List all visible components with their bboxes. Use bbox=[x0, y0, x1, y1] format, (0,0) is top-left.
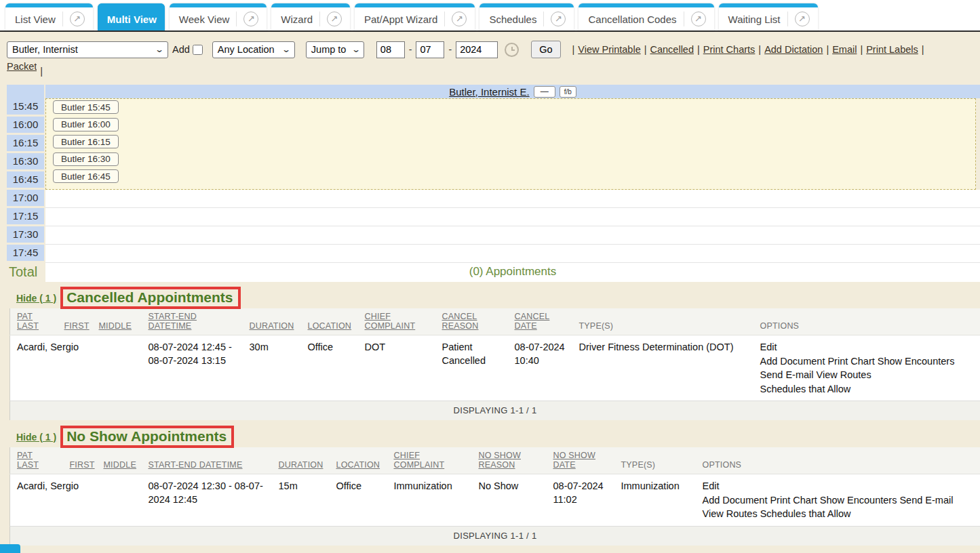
no-show-appointments-table: PAT LAST FIRST MIDDLE START-END DATETIME… bbox=[9, 447, 980, 526]
col-location[interactable]: LOCATION bbox=[330, 447, 387, 474]
middle-cell bbox=[97, 474, 142, 526]
collapse-column-button[interactable]: — bbox=[534, 86, 555, 98]
date-year-input[interactable] bbox=[456, 41, 498, 58]
options-cell: Edit Add Document Print Chart Show Encou… bbox=[696, 474, 980, 526]
col-options: OPTIONS bbox=[696, 447, 980, 474]
date-month-input[interactable] bbox=[376, 41, 405, 58]
add-checkbox[interactable] bbox=[193, 45, 203, 55]
col-middle[interactable]: MIDDLE bbox=[97, 447, 142, 474]
tab-bar: List View ↗ Multi View Week View ↗ Wizar… bbox=[0, 0, 980, 32]
open-new-window-icon[interactable]: ↗ bbox=[795, 12, 810, 26]
col-first[interactable]: FIRST bbox=[58, 308, 92, 335]
tab-label: Waiting List bbox=[728, 14, 781, 25]
chevron-down-icon: ⌄ bbox=[155, 45, 164, 54]
tab-week-view[interactable]: Week View ↗ bbox=[170, 3, 267, 30]
provider-header-link[interactable]: Butler, Internist E. bbox=[449, 86, 529, 98]
duration-cell: 15m bbox=[272, 474, 330, 526]
location-select-value: Any Location bbox=[218, 44, 275, 55]
col-start-end-datetime[interactable]: START-END DATETIME bbox=[142, 308, 243, 335]
option-actions-line[interactable]: Add Document Print Chart Show Encounters bbox=[760, 354, 975, 369]
option-actions-line[interactable]: Send E-mail View Routes bbox=[760, 368, 975, 382]
date-separator bbox=[409, 44, 412, 55]
tab-waiting-list[interactable]: Waiting List ↗ bbox=[719, 3, 818, 30]
col-location[interactable]: LOCATION bbox=[301, 308, 358, 335]
col-cancel-date[interactable]: CANCEL DATE bbox=[508, 308, 572, 335]
jump-to-select[interactable]: Jump to ⌄ bbox=[306, 41, 364, 58]
slot-button-1645[interactable]: Butler 16:45 bbox=[53, 169, 119, 183]
tab-schedules[interactable]: Schedules ↗ bbox=[479, 3, 574, 30]
tab-pat-appt-wizard[interactable]: Pat/Appt Wizard ↗ bbox=[355, 3, 475, 30]
clock-icon[interactable] bbox=[505, 43, 519, 57]
slot-button-1600[interactable]: Butler 16:00 bbox=[53, 118, 119, 131]
middle-cell bbox=[92, 335, 142, 401]
tab-multi-view[interactable]: Multi View bbox=[98, 3, 165, 30]
slot-button-1545[interactable]: Butler 15:45 bbox=[53, 100, 119, 114]
cancelled-table-row: Acardi, Sergio 08-07-2024 12:45 - 08-07-… bbox=[10, 335, 980, 401]
option-edit[interactable]: Edit bbox=[703, 479, 975, 493]
slot-button-1615[interactable]: Butler 16:15 bbox=[53, 135, 119, 148]
location-select[interactable]: Any Location ⌄ bbox=[212, 41, 295, 58]
empty-slot-row[interactable] bbox=[45, 208, 980, 226]
col-duration[interactable]: DURATION bbox=[272, 447, 330, 474]
tab-cancellation-codes[interactable]: Cancellation Codes ↗ bbox=[579, 3, 713, 30]
add-dictation-link[interactable]: Add Dictation bbox=[764, 44, 823, 55]
cancelled-link[interactable]: Cancelled bbox=[650, 44, 694, 55]
cancelled-hide-link[interactable]: Hide ( 1 ) bbox=[16, 293, 56, 304]
datetime-cell: 08-07-2024 12:45 - 08-07-2024 13:15 bbox=[142, 335, 243, 401]
open-new-window-icon[interactable]: ↗ bbox=[70, 12, 85, 26]
col-pat-last[interactable]: PAT LAST bbox=[10, 308, 58, 335]
option-edit[interactable]: Edit bbox=[760, 340, 975, 354]
col-start-end-datetime[interactable]: START-END DATETIME bbox=[142, 447, 272, 474]
col-middle[interactable]: MIDDLE bbox=[92, 308, 142, 335]
tab-list-view[interactable]: List View ↗ bbox=[5, 3, 93, 30]
option-actions-line[interactable]: Add Document Print Chart Show Encounters… bbox=[703, 493, 975, 508]
option-actions-line[interactable]: View Routes Schedules that Allow bbox=[703, 507, 975, 521]
bottom-left-partial-element bbox=[0, 544, 20, 553]
location-cell: Office bbox=[301, 335, 358, 401]
print-labels-link[interactable]: Print Labels bbox=[866, 44, 918, 55]
view-printable-link[interactable]: View Printable bbox=[578, 44, 640, 55]
col-first[interactable]: FIRST bbox=[63, 447, 97, 474]
empty-slot-row[interactable] bbox=[45, 190, 980, 208]
col-chief-complaint[interactable]: CHIEF COMPLAINT bbox=[387, 447, 472, 474]
options-cell: Edit Add Document Print Chart Show Encou… bbox=[753, 335, 980, 401]
noshow-table-row: Acardi, Sergio 08-07-2024 12:30 - 08-07-… bbox=[10, 474, 980, 526]
empty-slot-row[interactable] bbox=[45, 226, 980, 245]
col-duration[interactable]: DURATION bbox=[243, 308, 301, 335]
toolbar-links: View PrintableCancelledPrint ChartsAdd D… bbox=[569, 41, 928, 58]
tab-wizard[interactable]: Wizard ↗ bbox=[271, 3, 350, 30]
open-new-window-icon[interactable]: ↗ bbox=[452, 12, 467, 26]
option-actions-line[interactable]: Schedules that Allow bbox=[760, 382, 975, 396]
patient-name-cell: Acardi, Sergio bbox=[10, 474, 97, 526]
open-new-window-icon[interactable]: ↗ bbox=[327, 12, 342, 26]
cancelled-appointments-section: Hide ( 1 ) Cancelled Appointments PAT LA… bbox=[0, 287, 980, 420]
schedule-corner-cell bbox=[7, 85, 44, 98]
provider-select[interactable]: Butler, Internist ⌄ bbox=[7, 41, 168, 58]
cancel-reason-cell: Patient Cancelled bbox=[435, 335, 508, 401]
col-cancel-reason[interactable]: CANCEL REASON bbox=[435, 308, 508, 335]
col-pat-last[interactable]: PAT LAST bbox=[10, 447, 63, 474]
col-chief-complaint[interactable]: CHIEF COMPLAINT bbox=[358, 308, 435, 335]
chief-complaint-cell: Immunization bbox=[387, 474, 472, 526]
open-new-window-icon[interactable]: ↗ bbox=[243, 12, 258, 26]
go-button[interactable]: Go bbox=[531, 41, 560, 58]
tab-label: Cancellation Codes bbox=[588, 14, 676, 25]
slot-button-1630[interactable]: Butler 16:30 bbox=[53, 152, 119, 166]
print-labels-packet-link[interactable]: Packet bbox=[7, 58, 37, 75]
col-no-show-reason[interactable]: NO SHOW REASON bbox=[472, 447, 547, 474]
email-link[interactable]: Email bbox=[832, 44, 857, 55]
location-cell: Office bbox=[330, 474, 387, 526]
jump-to-select-value: Jump to bbox=[311, 44, 347, 55]
empty-slot-row[interactable] bbox=[45, 245, 980, 263]
col-no-show-date[interactable]: NO SHOW DATE bbox=[547, 447, 614, 474]
tab-label: Week View bbox=[179, 14, 229, 25]
noshow-hide-link[interactable]: Hide ( 1 ) bbox=[16, 432, 56, 443]
print-charts-link[interactable]: Print Charts bbox=[703, 44, 756, 55]
open-new-window-icon[interactable]: ↗ bbox=[691, 12, 706, 26]
open-new-window-icon[interactable]: ↗ bbox=[551, 12, 566, 26]
front-back-button[interactable]: f/b bbox=[560, 86, 576, 98]
time-label: 17:30 bbox=[7, 226, 44, 243]
time-label: 16:15 bbox=[7, 135, 44, 151]
date-day-input[interactable] bbox=[416, 41, 444, 58]
no-show-reason-cell: No Show bbox=[472, 474, 547, 526]
